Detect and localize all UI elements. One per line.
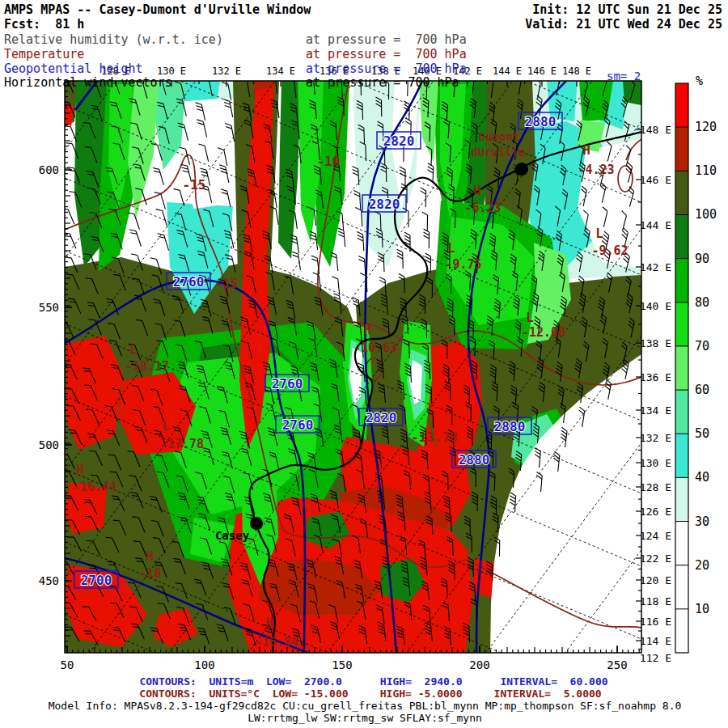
contour-info-temperature: CONTOURS: UNITS=°C LOW= -15.000 HIGH= -5… <box>139 688 601 700</box>
svg-text:L: L <box>129 342 138 358</box>
right-longitude-label: 132 E <box>640 432 671 444</box>
model-info-line2: LW:rrtmg_lw SW:rrtmg_sw SFLAY:sf_mynn <box>248 712 482 724</box>
svg-text:H: H <box>582 142 590 158</box>
station-dot-icon <box>250 517 263 530</box>
temperature-contour-label: -10 <box>317 154 341 169</box>
svg-text:-6.23: -6.23 <box>464 201 501 215</box>
geopotential-contour-label: 2760 <box>276 416 320 433</box>
colorbar-segment <box>675 565 688 610</box>
colorbar-tick-label: 90 <box>695 252 709 266</box>
svg-text:dUrville: dUrville <box>471 146 525 159</box>
colorbar-segment <box>675 214 688 259</box>
right-longitude-label: 118 E <box>640 595 671 607</box>
svg-text:2760: 2760 <box>272 376 303 392</box>
colorbar-tick-label: 20 <box>695 558 709 573</box>
right-longitude-label: 140 E <box>640 300 671 312</box>
right-longitude-label: 134 E <box>640 404 671 417</box>
right-longitude-label: 120 E <box>640 574 671 586</box>
right-longitude-label: 116 E <box>640 616 671 628</box>
svg-text:2880: 2880 <box>525 114 557 129</box>
right-longitude-label: 128 E <box>640 481 671 493</box>
y-axis-tick-label: 600 <box>39 163 59 176</box>
y-axis-tick-label: 550 <box>39 301 59 314</box>
svg-text:H: H <box>473 183 481 198</box>
svg-text:-17.78: -17.78 <box>160 437 204 451</box>
colorbar-unit-label: % <box>696 74 703 88</box>
svg-text:2760: 2760 <box>282 417 314 433</box>
colorbar-tick-label: 80 <box>695 295 709 310</box>
smoothing-label: sm= 2 <box>607 70 641 83</box>
x-axis-tick-label: 50 <box>61 658 74 671</box>
svg-text:L: L <box>162 418 170 434</box>
colorbar-segment <box>675 477 688 522</box>
colorbar-tick-label: 30 <box>695 514 709 529</box>
right-longitude-label: 124 E <box>640 530 671 542</box>
right-longitude-label: 142 E <box>640 261 671 273</box>
temperature-contour-label: -15 <box>215 276 239 291</box>
map-canvas: 2700276027602760282028202820288028802880… <box>0 0 728 728</box>
right-longitude-label: 114 E <box>640 635 671 647</box>
model-info-line1: Model Info: MPASv8.2.3-194-gf29cd82c CU:… <box>49 700 682 712</box>
top-longitude-label: 148 E <box>562 66 591 77</box>
init-time-label: Init: 12 UTC Sun 21 Dec 25 <box>532 3 722 16</box>
weather-chart-page: 2700276027602760282028202820288028802880… <box>0 0 728 728</box>
field-temperature-label: Temperature <box>4 48 84 61</box>
x-axis-tick-label: 150 <box>332 658 352 671</box>
geopotential-contour-label: 2820 <box>362 195 406 212</box>
svg-text:-9.75: -9.75 <box>445 257 481 272</box>
svg-text:H: H <box>363 322 371 337</box>
top-longitude-label: 134 E <box>266 66 295 77</box>
svg-text:-12.08: -12.08 <box>522 325 565 340</box>
page-title: AMPS MPAS -- Casey-Dumont d'Urville Wind… <box>4 3 311 16</box>
svg-text:H: H <box>146 548 154 564</box>
contour-info-geopotential: CONTOURS: UNITS=m LOW= 2700.0 HIGH= 2940… <box>139 675 607 688</box>
colorbar-tick-label: 120 <box>695 120 717 134</box>
colorbar-segment <box>675 83 688 128</box>
field-geopotential-label: Geopotential height <box>4 62 143 75</box>
svg-text:2820: 2820 <box>366 410 397 425</box>
colorbar: 120110100908070605040302010% <box>675 74 717 654</box>
geopotential-contour-label: 2760 <box>265 375 309 392</box>
right-longitude-label: 136 E <box>640 371 671 383</box>
svg-text:L: L <box>595 226 603 241</box>
svg-text:2700: 2700 <box>81 573 112 588</box>
colorbar-segment <box>675 171 688 215</box>
colorbar-segment <box>675 390 688 434</box>
geopotential-contour-label: 2760 <box>167 273 210 290</box>
svg-text:-4.23: -4.23 <box>578 163 614 177</box>
svg-text:-9.62: -9.62 <box>591 243 628 258</box>
forecast-hour-label: Fcst: 81 h <box>4 18 84 31</box>
colorbar-segment <box>675 303 688 347</box>
colorbar-tick-label: 110 <box>695 163 717 178</box>
geopotential-contour-label: 2820 <box>377 132 421 149</box>
top-longitude-label: 146 E <box>527 66 557 77</box>
right-longitude-label: 138 E <box>640 337 671 349</box>
svg-text:2820: 2820 <box>383 133 415 149</box>
y-axis-tick-label: 500 <box>39 438 59 451</box>
svg-text:2880: 2880 <box>459 452 490 468</box>
top-longitude-label: 132 E <box>212 66 241 77</box>
right-longitude-label: 144 E <box>640 219 671 231</box>
colorbar-segment <box>675 434 688 478</box>
colorbar-tick-label: 100 <box>695 207 717 222</box>
temperature-contour-label: -13.78 <box>411 430 458 445</box>
field-temperature-level: at pressure = 700 hPa <box>306 48 467 61</box>
colorbar-tick-label: 40 <box>695 470 709 485</box>
right-longitude-label: 122 E <box>640 552 671 565</box>
right-longitude-label: 130 E <box>640 457 671 469</box>
svg-text:H: H <box>76 462 84 477</box>
geopotential-contour-label: 2880 <box>452 451 496 468</box>
right-longitude-label: 112 E <box>640 652 671 664</box>
x-axis-tick-label: 200 <box>469 658 489 671</box>
svg-text:L: L <box>526 310 534 325</box>
geopotential-contour-label: 2880 <box>518 112 562 129</box>
geopotential-contour-label: 2820 <box>359 408 403 425</box>
colorbar-tick-label: 50 <box>695 426 709 441</box>
svg-text:-16: -16 <box>139 566 161 581</box>
svg-text:-18.17: -18.17 <box>125 359 169 374</box>
x-axis-tick-label: 100 <box>194 658 214 671</box>
field-humidity-label: Relative humidity (w.r.t. ice) <box>4 33 223 46</box>
y-axis-tick-label: 450 <box>39 574 59 587</box>
colorbar-tick-label: 10 <box>695 602 709 616</box>
colorbar-segment <box>675 259 688 303</box>
